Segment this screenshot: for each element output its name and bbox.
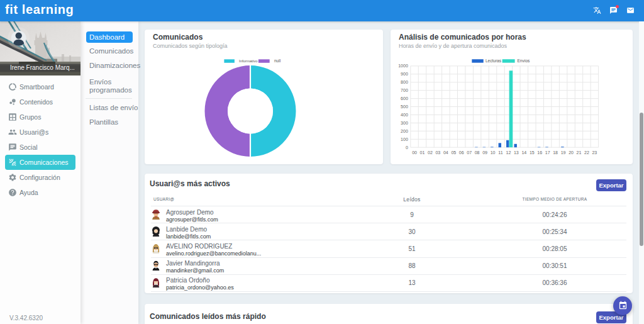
svg-text:02: 02 [428, 150, 433, 155]
svg-text:500: 500 [401, 104, 408, 109]
svg-text:01: 01 [420, 150, 425, 155]
svg-text:00: 00 [412, 150, 417, 155]
svg-text:400: 400 [401, 113, 408, 117]
svg-text:15: 15 [530, 150, 535, 155]
svg-text:600: 600 [401, 96, 408, 101]
svg-text:900: 900 [401, 72, 408, 76]
svg-text:Irene Francisco Marq...: Irene Francisco Marq... [10, 64, 75, 71]
svg-text:03: 03 [435, 150, 440, 155]
svg-text:19: 19 [561, 150, 566, 155]
svg-text:200: 200 [401, 129, 408, 133]
svg-text:300: 300 [401, 121, 408, 125]
svg-text:14: 14 [521, 150, 526, 155]
svg-text:07: 07 [467, 150, 472, 155]
svg-text:22: 22 [584, 150, 589, 155]
svg-text:null: null [274, 59, 281, 63]
svg-text:11: 11 [498, 150, 502, 155]
svg-text:16: 16 [537, 150, 542, 155]
svg-text:23: 23 [592, 150, 597, 155]
svg-text:10: 10 [491, 150, 496, 155]
svg-text:18: 18 [553, 150, 558, 155]
svg-text:06: 06 [459, 150, 464, 155]
svg-text:0: 0 [406, 145, 408, 150]
svg-text:17: 17 [545, 150, 550, 155]
svg-text:1000: 1000 [398, 64, 408, 68]
svg-text:04: 04 [443, 150, 448, 155]
svg-text:09: 09 [482, 150, 487, 155]
svg-text:20: 20 [569, 150, 574, 155]
svg-text:100: 100 [401, 137, 408, 142]
svg-text:05: 05 [451, 150, 456, 155]
svg-text:13: 13 [514, 150, 519, 155]
svg-text:Informativo: Informativo [239, 59, 258, 63]
svg-text:700: 700 [401, 88, 408, 92]
svg-text:12: 12 [506, 150, 511, 155]
svg-text:Envíos: Envíos [518, 59, 531, 63]
svg-text:08: 08 [475, 150, 480, 155]
svg-text:Lecturas: Lecturas [486, 59, 502, 63]
svg-text:21: 21 [577, 150, 582, 155]
svg-text:800: 800 [401, 80, 408, 84]
